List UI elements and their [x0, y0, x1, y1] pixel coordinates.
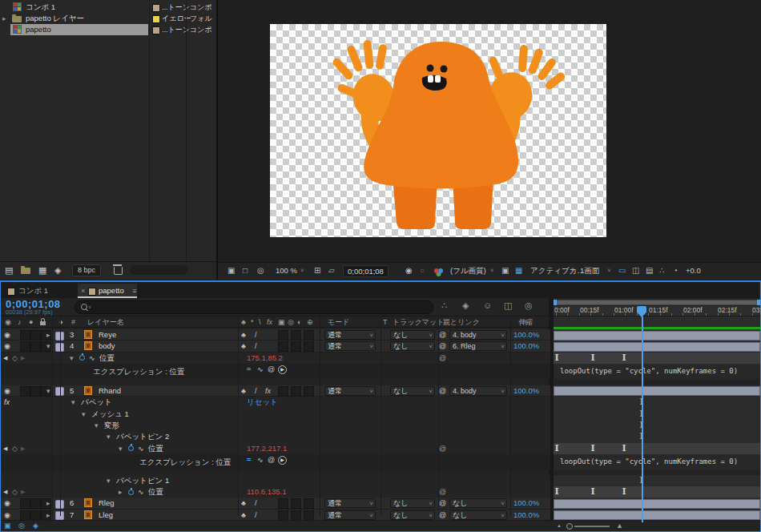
mode-dropdown[interactable]: 通常˅: [324, 330, 376, 340]
timeline-panel-icon[interactable]: ▤: [646, 263, 653, 279]
keyframe-icon[interactable]: I: [620, 486, 628, 498]
parent-link-column[interactable]: 親とリンク: [443, 316, 480, 328]
expression-track[interactable]: loopOut(type = "cycle", numKeyframes = 0…: [554, 364, 760, 379]
trackmatte-dropdown[interactable]: なし˅: [390, 510, 435, 520]
shy-switch[interactable]: ♣: [241, 385, 246, 397]
expression-text[interactable]: loopOut(type = "cycle", numKeyframes = 0…: [560, 456, 738, 467]
twirl-icon[interactable]: ▾: [119, 443, 123, 454]
chevron-down-icon[interactable]: ˅: [490, 263, 494, 279]
menu-icon[interactable]: ≡: [132, 287, 136, 295]
property-label[interactable]: 位置: [148, 443, 163, 454]
layer-name[interactable]: body: [99, 341, 115, 352]
project-item-comp1[interactable]: コンポ 1 ...トーン コンポ: [0, 2, 216, 13]
chevron-down-icon[interactable]: ˅: [300, 263, 304, 279]
reset-link[interactable]: リセット: [247, 397, 278, 408]
label-swatch[interactable]: [152, 15, 160, 23]
trackmatte-dropdown[interactable]: なし˅: [390, 330, 435, 340]
layer-name[interactable]: Lleg: [99, 510, 113, 521]
mode-dropdown[interactable]: 通常˅: [324, 510, 376, 520]
twirl-icon[interactable]: ▸: [46, 498, 50, 509]
chevron-down-icon[interactable]: ˅: [571, 263, 575, 279]
pickwhip-icon[interactable]: @: [439, 443, 446, 454]
zoom-in-mountain-icon[interactable]: ▲: [616, 521, 623, 530]
trash-icon[interactable]: [114, 267, 123, 275]
add-keyframe-icon[interactable]: ◇: [12, 486, 18, 498]
keyframe-track[interactable]: I I I: [554, 353, 760, 364]
project-item-name[interactable]: papetto: [26, 24, 51, 35]
shy-switch[interactable]: ♣: [241, 498, 246, 509]
zoom-out-mountain-icon[interactable]: ▲: [557, 521, 562, 530]
prev-keyframe-icon[interactable]: ◀: [3, 443, 7, 454]
keyframe-icon[interactable]: I: [553, 486, 561, 498]
parent-dropdown[interactable]: なし˅: [449, 510, 507, 520]
expression-graph-icon[interactable]: ∿: [257, 454, 264, 466]
expression-label[interactable]: エクスプレッション : 位置: [139, 457, 231, 468]
property-value[interactable]: 177.2,217.1: [247, 443, 287, 454]
property-value[interactable]: 110.6,135.1: [247, 486, 286, 498]
graph-icon[interactable]: ∿: [138, 486, 144, 498]
quality-switch[interactable]: /: [255, 341, 257, 352]
layer-duration-bar[interactable]: [554, 331, 760, 341]
search-input[interactable]: ˅: [74, 300, 433, 314]
camera-dropdown[interactable]: アクティブカ…: [530, 263, 585, 279]
draft-3d-icon[interactable]: ◈: [462, 298, 469, 312]
keyframe-track[interactable]: I I I: [554, 443, 760, 454]
new-folder-icon[interactable]: [21, 268, 30, 274]
twirl-icon[interactable]: ▾: [107, 431, 111, 442]
snapshot-icon[interactable]: ◉: [405, 263, 413, 279]
parent-dropdown[interactable]: 4. body˅: [449, 330, 507, 340]
stretch-column[interactable]: 伸縮: [518, 316, 533, 328]
layer-name[interactable]: Reye: [99, 329, 116, 341]
time-ruler[interactable]: 0:00f 00:15f 01:00f 01:15f 02:00f 02:15f…: [554, 306, 760, 316]
timeline-zoom-slider[interactable]: [574, 526, 610, 527]
layer-name-column[interactable]: レイヤー名: [87, 316, 124, 328]
shy-layers-icon[interactable]: ☺: [483, 298, 492, 312]
group-name[interactable]: パペットピン 2: [116, 431, 169, 442]
fast-previews-icon[interactable]: ◫: [632, 263, 639, 279]
stretch-value[interactable]: 100.0%: [513, 341, 539, 352]
pickwhip-icon[interactable]: @: [439, 510, 446, 521]
layer-duration-bar[interactable]: [554, 499, 760, 509]
layer-track[interactable]: [554, 341, 760, 352]
eye-icon[interactable]: ◉: [4, 385, 10, 397]
chevron-down-icon[interactable]: ˅: [607, 263, 611, 279]
parent-dropdown[interactable]: 6. Rleg˅: [449, 341, 507, 351]
brainstorm-toggle-icon[interactable]: ◈: [33, 521, 38, 530]
expression-graph-icon[interactable]: ∿: [257, 364, 264, 375]
keyframe-icon[interactable]: I: [620, 443, 628, 454]
solo-cell[interactable]: [30, 330, 41, 341]
eye-icon[interactable]: ◉: [4, 329, 10, 341]
show-snapshot-icon[interactable]: ○: [420, 263, 425, 279]
layer-duration-bar[interactable]: [554, 342, 760, 352]
pixel-aspect-icon[interactable]: ▭: [618, 263, 626, 279]
expression-text[interactable]: loopOut(type = "cycle", numKeyframes = 0…: [560, 365, 738, 377]
parent-dropdown[interactable]: なし˅: [449, 498, 507, 508]
work-area-scrollbar[interactable]: [554, 300, 760, 305]
keyframe-icon[interactable]: I: [589, 353, 597, 364]
close-icon[interactable]: ×: [81, 284, 85, 298]
project-item-papetto-selected[interactable]: papetto ...トーン コンポ: [0, 24, 216, 35]
exposure-reset-icon[interactable]: ◔: [673, 263, 678, 279]
shy-switch[interactable]: ♣: [241, 341, 246, 352]
expression-pickwhip-icon[interactable]: @: [268, 364, 275, 375]
project-item-name[interactable]: papetto レイヤー: [26, 13, 84, 24]
label-swatch[interactable]: [152, 4, 160, 12]
shy-switch[interactable]: ♣: [241, 329, 246, 341]
prev-keyframe-icon[interactable]: ◀: [3, 486, 7, 498]
prev-keyframe-icon[interactable]: ◀: [3, 353, 7, 364]
region-of-interest-icon[interactable]: ▱: [328, 263, 335, 279]
exposure-value[interactable]: +0.0: [686, 263, 701, 279]
keyframe-track[interactable]: I I I: [554, 486, 760, 498]
blend-toggle-icon[interactable]: ◎: [18, 521, 25, 530]
primary-viewer-icon[interactable]: □: [243, 263, 248, 279]
grid-guides-icon[interactable]: ⊞: [314, 263, 320, 279]
audio-cell[interactable]: [20, 330, 30, 341]
group-name[interactable]: 変形: [104, 420, 119, 431]
stretch-value[interactable]: 100.0%: [513, 498, 539, 509]
target-region-icon[interactable]: ▣: [501, 263, 509, 279]
twirl-icon[interactable]: ▾: [46, 341, 50, 352]
next-keyframe-icon[interactable]: ▶: [21, 486, 25, 498]
mode-dropdown[interactable]: 通常˅: [324, 498, 376, 508]
expression-language-icon[interactable]: ▶: [278, 365, 287, 374]
project-item-name[interactable]: コンポ 1: [26, 2, 55, 13]
